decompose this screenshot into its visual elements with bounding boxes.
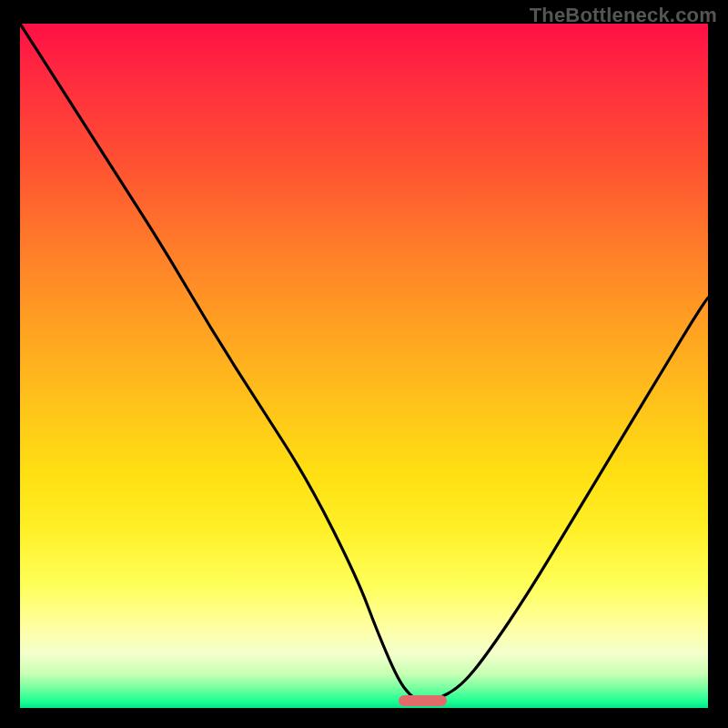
- bottleneck-curve: [20, 24, 708, 708]
- optimal-range-marker: [399, 695, 447, 706]
- watermark-text: TheBottleneck.com: [530, 4, 717, 27]
- chart-frame: TheBottleneck.com: [0, 0, 728, 728]
- plot-area: [20, 24, 708, 708]
